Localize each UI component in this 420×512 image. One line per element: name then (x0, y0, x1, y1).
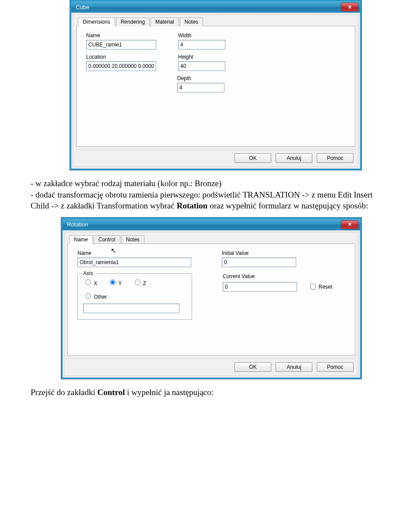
axis-y-radio[interactable]: Y (108, 278, 122, 286)
rotation-dialog: Rotation ✕ Name Control Notes ↖ Name Ini… (61, 218, 361, 379)
reset-checkbox[interactable] (310, 284, 316, 290)
instruction-text-2: Przejść do zakładki Control i wypełnić j… (31, 387, 389, 398)
rot-name-label: Name (77, 250, 191, 256)
cube-titlebar: Cube ✕ (71, 1, 360, 13)
cube-tabs: Dimensions Rendering Material Notes (76, 18, 355, 26)
height-label: Height (178, 54, 225, 60)
axis-group-label: Axis (81, 270, 95, 276)
cancel-button[interactable]: Anuluj (276, 362, 312, 372)
cube-dialog: Cube ✕ Dimensions Rendering Material Not… (70, 0, 361, 170)
tab-name[interactable]: Name (69, 235, 93, 244)
width-label: Width (178, 32, 225, 39)
rotation-tabs: Name Control Notes (67, 235, 355, 244)
cube-tabpanel: Name Width Location Height (76, 26, 355, 147)
close-icon[interactable]: ✕ (341, 3, 358, 11)
tab-notes2[interactable]: Notes (121, 235, 144, 244)
rotation-tabpanel: ↖ Name Initial Value Axis X (67, 244, 355, 356)
tab-control[interactable]: Control (94, 235, 120, 244)
instruction-text-1: - w zakładce wybrać rodzaj materiału (ko… (31, 178, 389, 212)
axis-other-radio[interactable]: Other (83, 292, 107, 300)
tab-rendering[interactable]: Rendering (116, 18, 150, 26)
cur-value-label: Current Value (223, 273, 332, 279)
name-label: Name (86, 32, 156, 39)
tab-notes[interactable]: Notes (180, 18, 203, 26)
ok-button[interactable]: OK (234, 362, 271, 372)
location-label: Location (86, 54, 156, 60)
cube-title: Cube (76, 4, 89, 11)
axis-other-input[interactable] (83, 304, 179, 313)
depth-input[interactable] (177, 83, 224, 92)
width-input[interactable] (178, 40, 225, 49)
help-button[interactable]: Pomoc (317, 153, 354, 163)
init-value-label: Initial Value (222, 250, 296, 256)
cancel-button[interactable]: Anuluj (276, 153, 312, 163)
init-value-input[interactable] (222, 258, 296, 267)
reset-label: Reset (318, 284, 332, 290)
tab-dimensions[interactable]: Dimensions (78, 18, 115, 26)
help-button[interactable]: Pomoc (317, 362, 354, 372)
depth-label: Depth (177, 75, 224, 81)
axis-z-radio[interactable]: Z (133, 278, 147, 286)
location-input[interactable] (86, 61, 156, 71)
ok-button[interactable]: OK (234, 153, 271, 163)
rot-name-input[interactable] (77, 258, 191, 267)
axis-x-radio[interactable]: X (83, 278, 97, 286)
height-input[interactable] (178, 61, 225, 71)
cur-value-input[interactable] (223, 282, 297, 292)
close-icon[interactable]: ✕ (341, 220, 358, 229)
tab-material[interactable]: Material (150, 18, 179, 26)
rotation-title: Rotation (67, 221, 88, 228)
axis-group: Axis X Y Z Other (77, 273, 192, 320)
name-input[interactable] (86, 40, 156, 49)
rotation-titlebar: Rotation ✕ (63, 219, 360, 230)
